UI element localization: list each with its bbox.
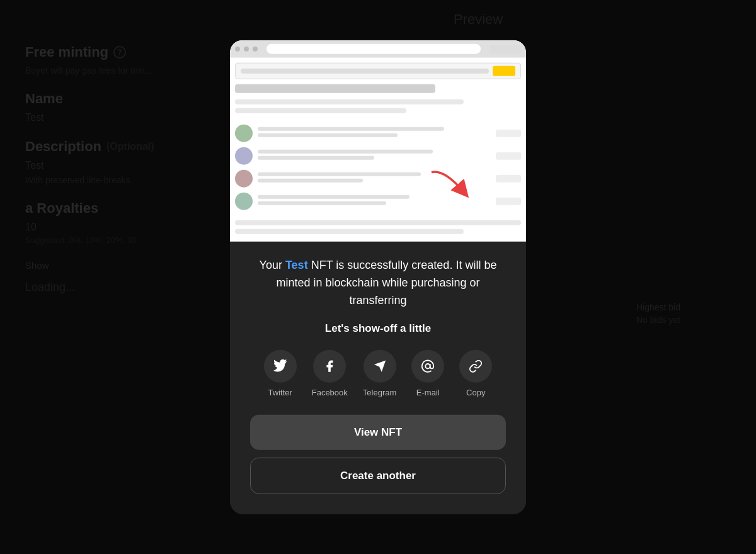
email-label: E-mail: [416, 387, 440, 397]
nft-name-highlight: Test: [285, 259, 308, 271]
search-btn-mock: [493, 66, 515, 76]
content-line-title: [235, 84, 435, 93]
text-line-3: [258, 150, 433, 154]
text-line-1: [258, 127, 444, 131]
create-another-button[interactable]: Create another: [250, 457, 506, 494]
nft-preview-image: [230, 40, 526, 242]
browser-content: [230, 58, 526, 242]
text-line-6: [258, 179, 363, 183]
email-icon: [411, 349, 444, 382]
content-line-4: [235, 229, 464, 234]
browser-row-4: [235, 193, 521, 210]
row-action-4: [496, 198, 521, 205]
twitter-icon: [264, 349, 297, 382]
text-block-2: [258, 150, 491, 162]
telegram-share-button[interactable]: Telegram: [363, 349, 396, 397]
avatar-1: [235, 125, 253, 142]
content-line-2: [235, 108, 406, 113]
browser-url-bar: [266, 44, 481, 54]
copy-share-button[interactable]: Copy: [459, 349, 492, 397]
text-line-8: [258, 201, 386, 205]
avatar-3: [235, 170, 253, 188]
text-line-7: [258, 195, 410, 199]
email-share-button[interactable]: E-mail: [411, 349, 444, 397]
browser-dot-2: [244, 47, 249, 52]
facebook-label: Facebook: [312, 387, 348, 397]
success-title: Your Test NFT is successfully created. I…: [250, 257, 506, 310]
twitter-label: Twitter: [268, 387, 292, 397]
facebook-icon: [313, 349, 346, 382]
browser-row-3: [235, 170, 521, 188]
view-nft-button[interactable]: View NFT: [250, 414, 506, 449]
spacer-2: [235, 215, 521, 220]
showoff-subtitle: Let's show-off a little: [250, 322, 506, 334]
svg-point-0: [426, 364, 430, 368]
text-line-5: [258, 172, 421, 176]
share-buttons-group: Twitter Facebook Telegram: [250, 349, 506, 397]
row-action-1: [496, 130, 521, 137]
content-line-3: [235, 220, 521, 225]
modal-body: Your Test NFT is successfully created. I…: [230, 242, 526, 494]
row-action-3: [496, 175, 521, 183]
telegram-label: Telegram: [363, 387, 396, 397]
arrow-indicator: [425, 166, 476, 204]
success-modal: Your Test NFT is successfully created. I…: [230, 40, 526, 514]
search-input-mock: [241, 69, 489, 74]
avatar-2: [235, 147, 253, 165]
twitter-share-button[interactable]: Twitter: [264, 349, 297, 397]
browser-row-2: [235, 147, 521, 165]
copy-label: Copy: [466, 387, 485, 397]
row-action-2: [496, 152, 521, 160]
spacer: [235, 117, 521, 125]
text-block-1: [258, 127, 491, 140]
content-line-1: [235, 99, 464, 105]
text-line-4: [258, 156, 374, 160]
browser-dot-3: [253, 47, 258, 52]
facebook-share-button[interactable]: Facebook: [312, 349, 348, 397]
search-bar-mock: [235, 63, 521, 79]
copy-icon: [459, 349, 492, 382]
browser-dot-1: [235, 47, 240, 52]
telegram-icon: [364, 349, 396, 382]
browser-bar: [230, 40, 526, 58]
browser-controls: [490, 45, 521, 54]
browser-row-1: [235, 125, 521, 142]
text-line-2: [258, 133, 398, 137]
avatar-4: [235, 193, 253, 210]
